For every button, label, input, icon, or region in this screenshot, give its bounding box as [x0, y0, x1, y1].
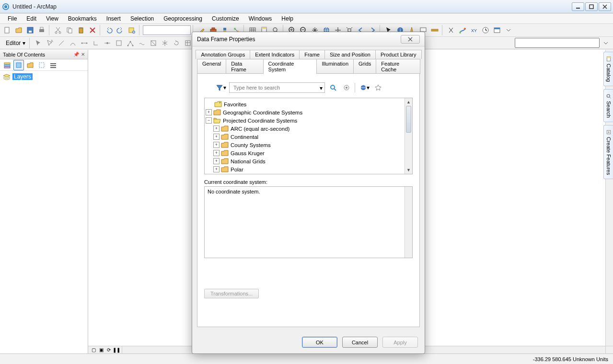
toolbar-options-icon[interactable] [503, 25, 514, 35]
tab-general[interactable]: General [197, 59, 226, 74]
go-to-xy-icon[interactable]: XY [469, 25, 479, 35]
rotate-icon[interactable] [171, 38, 182, 48]
options-icon[interactable] [48, 60, 58, 70]
undo-icon[interactable] [104, 25, 114, 35]
menu-windows[interactable]: Windows [244, 14, 277, 23]
paste-icon[interactable] [76, 25, 86, 35]
print-icon[interactable] [36, 25, 47, 35]
midpoint-icon[interactable] [102, 38, 113, 48]
go-button-icon[interactable] [601, 38, 611, 48]
expand-icon[interactable]: + [213, 150, 220, 156]
dock-tab-create-features[interactable]: Create Features [603, 125, 613, 179]
collapse-icon[interactable]: − [206, 117, 212, 124]
dialog-close-button[interactable] [401, 35, 420, 44]
delete-icon[interactable] [87, 25, 98, 35]
pause-icon[interactable]: ❚❚ [113, 347, 120, 353]
coordinate-search-input[interactable] [232, 84, 316, 91]
tab-coordinate-system[interactable]: Coordinate System [263, 59, 317, 74]
copy-icon[interactable] [64, 25, 75, 35]
search-dropdown-icon[interactable]: ▾ [320, 85, 323, 91]
expand-icon[interactable]: + [206, 109, 212, 115]
list-by-selection-icon[interactable] [36, 60, 47, 70]
layout-view-icon[interactable]: ▣ [98, 347, 104, 353]
tree-continental[interactable]: Continental [231, 134, 258, 140]
refresh-icon[interactable]: ⟳ [105, 347, 112, 353]
viewer-window-icon[interactable] [492, 25, 502, 35]
expand-icon[interactable]: + [213, 158, 220, 164]
tree-pcs[interactable]: Projected Coordinate Systems [223, 118, 297, 124]
maximize-button[interactable] [585, 2, 598, 11]
menu-customize[interactable]: Customize [207, 14, 244, 23]
tab-grids[interactable]: Grids [353, 59, 376, 74]
expand-icon[interactable]: + [213, 125, 220, 132]
tree-favorites[interactable]: Favorites [224, 102, 246, 107]
redo-icon[interactable] [115, 25, 126, 35]
split-icon[interactable] [160, 38, 170, 48]
cut-icon[interactable] [53, 25, 63, 35]
expand-icon[interactable]: + [213, 142, 220, 148]
filter-dropdown-icon[interactable]: ▾ [216, 82, 226, 93]
save-icon[interactable] [25, 25, 35, 35]
right-angle-icon[interactable] [91, 38, 101, 48]
cancel-button[interactable]: Cancel [342, 337, 378, 348]
toc-root-item[interactable]: Layers [3, 73, 85, 80]
tab-product-library[interactable]: Product Library [375, 50, 422, 59]
menu-help[interactable]: Help [277, 14, 298, 23]
menu-geoprocessing[interactable]: Geoprocessing [159, 14, 207, 23]
data-view-icon[interactable]: ▢ [90, 347, 97, 353]
arc-segment-icon[interactable] [68, 38, 78, 48]
coordinate-system-tree[interactable]: Favorites +Geographic Coordinate Systems… [204, 98, 413, 174]
dock-tab-search[interactable]: Search [603, 89, 613, 122]
ccs-scrollbar[interactable] [405, 187, 412, 258]
expand-icon[interactable]: + [213, 134, 220, 140]
tree-county[interactable]: County Systems [231, 142, 271, 148]
menu-bookmarks[interactable]: Bookmarks [63, 14, 102, 23]
trace-icon[interactable] [79, 38, 90, 48]
menu-edit[interactable]: Edit [22, 14, 41, 23]
tree-arc[interactable]: ARC (equal arc-second) [231, 126, 289, 132]
list-by-drawing-order-icon[interactable] [2, 60, 12, 70]
open-icon[interactable] [13, 25, 24, 35]
measure-icon[interactable] [429, 25, 440, 35]
search-now-icon[interactable] [328, 82, 338, 93]
add-favorite-icon[interactable] [373, 82, 383, 93]
close-button[interactable] [599, 2, 611, 11]
menu-selection[interactable]: Selection [126, 14, 159, 23]
ok-button[interactable]: OK [302, 337, 337, 348]
time-slider-icon[interactable] [480, 25, 491, 35]
dock-tab-catalog[interactable]: Catalog [603, 52, 613, 86]
tab-size-and-position[interactable]: Size and Position [324, 50, 376, 59]
menu-view[interactable]: View [41, 14, 63, 23]
list-by-visibility-icon[interactable] [25, 60, 35, 70]
edit-vertices-icon[interactable] [125, 38, 136, 48]
tree-gcs[interactable]: Geographic Coordinate Systems [223, 110, 302, 115]
menu-file[interactable]: File [3, 14, 22, 23]
tree-polar[interactable]: Polar [231, 167, 243, 172]
reshape-icon[interactable] [137, 38, 147, 48]
tree-scrollbar[interactable]: ▲ ▼ [405, 98, 412, 174]
tab-illumination[interactable]: Illumination [316, 59, 354, 74]
scale-combo[interactable] [143, 25, 191, 35]
find-route-icon[interactable] [457, 25, 468, 35]
cut-polygons-icon[interactable] [148, 38, 159, 48]
new-icon[interactable] [2, 25, 12, 35]
straight-segment-icon[interactable] [56, 38, 67, 48]
edit-tool-icon[interactable] [33, 38, 44, 48]
end-point-icon[interactable] [114, 38, 124, 48]
go-to-xy-input[interactable] [515, 38, 600, 48]
tab-feature-cache[interactable]: Feature Cache [376, 59, 420, 74]
pin-icon[interactable]: 📌 [73, 52, 79, 57]
tree-gauss[interactable]: Gauss Kruger [231, 150, 265, 156]
spatial-filter-icon[interactable] [341, 82, 352, 93]
add-data-icon[interactable] [127, 25, 137, 35]
editor-dropdown[interactable]: Editor ▾ [2, 40, 27, 46]
toc-close-icon[interactable]: ✕ [81, 52, 85, 57]
tab-extent-indicators[interactable]: Extent Indicators [250, 50, 300, 59]
new-cs-icon[interactable]: ▾ [359, 82, 370, 93]
tree-natgrids[interactable]: National Grids [231, 159, 266, 164]
edit-annotation-icon[interactable]: A [45, 38, 55, 48]
list-by-source-icon[interactable] [13, 60, 24, 70]
menu-insert[interactable]: Insert [102, 14, 126, 23]
find-icon[interactable] [446, 25, 456, 35]
expand-icon[interactable]: + [213, 166, 220, 172]
